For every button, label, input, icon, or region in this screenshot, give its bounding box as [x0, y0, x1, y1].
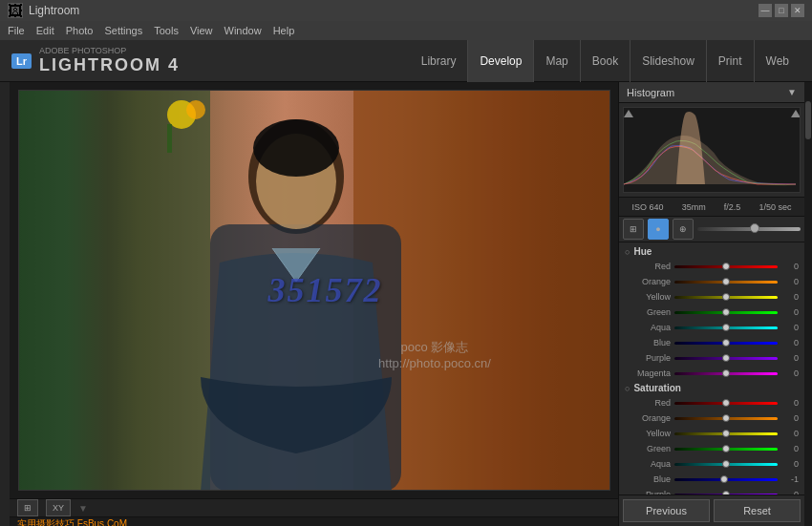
tool-slider[interactable] [697, 227, 801, 231]
tab-book[interactable]: Book [580, 40, 630, 82]
menu-tools[interactable]: Tools [154, 25, 179, 36]
sat-title: Saturation [633, 383, 680, 393]
lr-badge: Lr [11, 53, 32, 69]
panel-arrow-icon[interactable]: ▼ [787, 87, 797, 97]
hue-purple-row: Purple 0 [619, 350, 804, 366]
crosshair-tool[interactable]: ⊕ [673, 219, 694, 240]
tab-web[interactable]: Web [754, 40, 801, 82]
sat-blue-thumb [720, 475, 728, 483]
right-panel: Histogram ▼ [618, 82, 804, 526]
menu-file[interactable]: File [8, 25, 25, 36]
view-mode-button[interactable]: ⊞ [17, 499, 38, 516]
svg-point-7 [186, 100, 205, 119]
sat-orange-track[interactable] [674, 417, 778, 420]
sat-blue-track[interactable] [674, 478, 778, 481]
previous-button[interactable]: Previous [623, 499, 710, 522]
sat-green-thumb [722, 445, 730, 452]
tab-print[interactable]: Print [706, 40, 754, 82]
sat-purple-track[interactable] [674, 494, 778, 495]
divider: ▼ [78, 503, 88, 514]
exif-aperture: f/2.5 [724, 202, 741, 212]
minimize-button[interactable]: — [759, 4, 772, 17]
exif-focal: 35mm [682, 202, 706, 212]
hue-purple-track[interactable] [674, 357, 778, 360]
hue-blue-track[interactable] [674, 342, 778, 345]
sat-yellow-track[interactable] [674, 432, 778, 435]
tab-slideshow[interactable]: Slideshow [630, 40, 706, 82]
photo-image: 351572 poco 影像志 http://photo.poco.cn/ [19, 91, 609, 490]
tab-develop[interactable]: Develop [467, 40, 533, 82]
histogram-svg [624, 108, 800, 192]
hue-green-row: Green 0 [619, 305, 804, 320]
sat-blue-label: Blue [625, 474, 671, 484]
sat-yellow-value: 0 [781, 429, 799, 438]
circle-tool[interactable]: ● [648, 219, 669, 240]
hue-magenta-label: Magenta [625, 368, 671, 378]
reset-button[interactable]: Reset [714, 499, 801, 522]
hue-yellow-value: 0 [781, 292, 799, 302]
sat-green-track[interactable] [674, 448, 778, 451]
hue-purple-thumb [722, 354, 730, 362]
app-logo: Lr ADOBE PHOTOSHOP LIGHTROOM 4 [11, 46, 180, 75]
menu-edit[interactable]: Edit [36, 25, 54, 36]
sat-red-track[interactable] [674, 402, 778, 405]
scrollbar-thumb[interactable] [805, 101, 811, 139]
menu-view[interactable]: View [190, 25, 213, 36]
svg-rect-0 [19, 91, 210, 490]
hue-red-thumb [722, 263, 730, 270]
hue-purple-label: Purple [625, 353, 671, 363]
hue-green-value: 0 [781, 307, 799, 317]
hue-orange-thumb [722, 278, 730, 285]
hue-green-track[interactable] [674, 311, 778, 314]
hue-aqua-track[interactable] [674, 326, 778, 329]
hue-aqua-label: Aqua [625, 323, 671, 332]
nav-tabs: Library Develop Map Book Slideshow Print… [410, 40, 801, 82]
panel-bottom-buttons: Previous Reset [619, 494, 804, 526]
hue-toggle[interactable]: ○ [625, 247, 630, 257]
hue-yellow-thumb [722, 293, 730, 301]
sat-section-header: ○ Saturation [619, 381, 804, 395]
menu-help[interactable]: Help [273, 25, 295, 36]
sat-yellow-thumb [722, 430, 730, 437]
sat-green-row: Green 0 [619, 441, 804, 456]
menu-photo[interactable]: Photo [66, 25, 94, 36]
menu-window[interactable]: Window [224, 25, 262, 36]
tools-row: ⊞ ● ⊕ [619, 216, 804, 242]
hue-green-thumb [722, 308, 730, 316]
hue-magenta-row: Magenta 0 [619, 366, 804, 381]
tab-library[interactable]: Library [410, 40, 468, 82]
hue-blue-label: Blue [625, 338, 671, 347]
close-button[interactable]: ✕ [791, 4, 804, 17]
maximize-button[interactable]: □ [775, 4, 788, 17]
tab-map[interactable]: Map [533, 40, 579, 82]
sat-orange-thumb [722, 414, 730, 422]
svg-point-5 [253, 119, 339, 177]
hue-yellow-track[interactable] [674, 296, 778, 299]
hue-orange-label: Orange [625, 277, 671, 286]
title-bar-controls[interactable]: — □ ✕ [759, 4, 804, 17]
panel-scrollbar[interactable] [804, 82, 812, 526]
sat-yellow-label: Yellow [625, 429, 671, 438]
hue-yellow-label: Yellow [625, 292, 671, 302]
bottom-bar: 实用摄影技巧 FsBus.CoM [10, 516, 618, 526]
sat-aqua-track[interactable] [674, 463, 778, 466]
title-bar-left: 🖼 Lightroom [8, 3, 79, 18]
histogram-header: Histogram ▼ [619, 82, 804, 103]
hue-orange-track[interactable] [674, 281, 778, 284]
svg-rect-8 [167, 124, 172, 153]
title-bar: 🖼 Lightroom — □ ✕ [0, 0, 812, 21]
grid-tool[interactable]: ⊞ [623, 219, 644, 240]
content-area: 351572 poco 影像志 http://photo.poco.cn/ ⊞ … [0, 82, 812, 526]
sat-toggle[interactable]: ○ [625, 384, 630, 393]
hue-magenta-track[interactable] [674, 372, 778, 375]
menu-settings[interactable]: Settings [104, 25, 142, 36]
hue-aqua-row: Aqua 0 [619, 320, 804, 335]
hue-section-header: ○ Hue [619, 244, 804, 259]
zoom-button[interactable]: XY [46, 499, 71, 516]
sat-yellow-row: Yellow 0 [619, 426, 804, 441]
sat-red-value: 0 [781, 398, 799, 408]
hue-blue-thumb [722, 339, 730, 347]
main-layout: Lr ADOBE PHOTOSHOP LIGHTROOM 4 Library D… [0, 40, 812, 526]
app-title-group: ADOBE PHOTOSHOP LIGHTROOM 4 [39, 46, 180, 75]
hue-red-track[interactable] [674, 265, 778, 268]
